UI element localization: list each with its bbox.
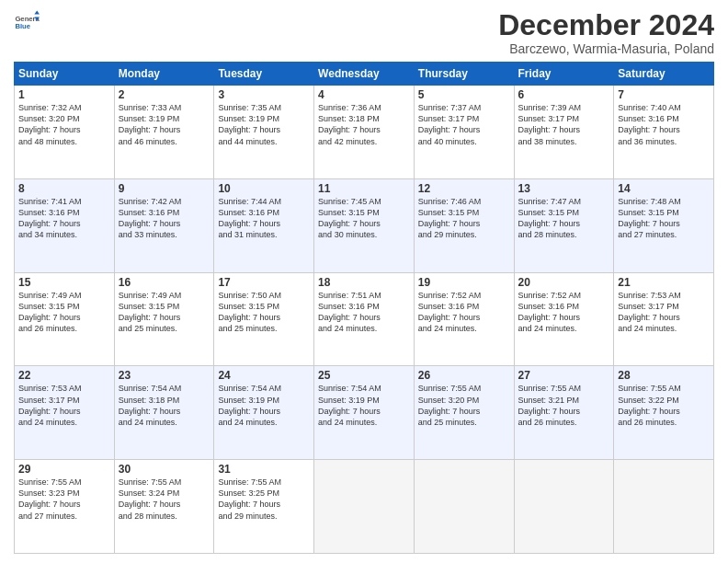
day-number: 5 [418,88,510,101]
day-number: 28 [618,369,710,382]
day-info: Sunrise: 7:49 AMSunset: 3:15 PMDaylight:… [119,290,210,335]
table-cell: 15Sunrise: 7:49 AMSunset: 3:15 PMDayligh… [15,272,115,366]
table-cell: 6Sunrise: 7:39 AMSunset: 3:17 PMDaylight… [514,86,614,179]
day-number: 1 [18,88,110,101]
table-cell: 28Sunrise: 7:55 AMSunset: 3:22 PMDayligh… [614,366,714,460]
day-number: 24 [218,369,310,382]
table-cell [414,460,514,554]
table-cell: 21Sunrise: 7:53 AMSunset: 3:17 PMDayligh… [614,272,714,366]
day-info: Sunrise: 7:55 AMSunset: 3:25 PMDaylight:… [218,477,310,522]
calendar-row-4: 22Sunrise: 7:53 AMSunset: 3:17 PMDayligh… [15,366,714,460]
day-number: 10 [218,182,310,195]
table-cell: 2Sunrise: 7:33 AMSunset: 3:19 PMDaylight… [114,86,214,179]
table-cell: 26Sunrise: 7:55 AMSunset: 3:20 PMDayligh… [414,366,514,460]
day-number: 18 [318,276,410,289]
table-cell: 18Sunrise: 7:51 AMSunset: 3:16 PMDayligh… [314,272,415,366]
day-number: 31 [218,463,310,476]
calendar-row-2: 8Sunrise: 7:41 AMSunset: 3:16 PMDaylight… [15,178,714,272]
table-cell: 27Sunrise: 7:55 AMSunset: 3:21 PMDayligh… [514,366,614,460]
day-info: Sunrise: 7:55 AMSunset: 3:20 PMDaylight:… [418,383,510,428]
day-number: 22 [18,369,110,382]
day-number: 9 [119,182,210,195]
day-number: 16 [119,276,210,289]
logo-icon: General Blue [14,9,40,35]
weekday-header-row: Sunday Monday Tuesday Wednesday Thursday… [15,63,714,86]
day-number: 7 [618,88,710,101]
subtitle: Barczewo, Warmia-Masuria, Poland [498,41,714,56]
header: General Blue December 2024 Barczewo, War… [14,9,714,56]
day-info: Sunrise: 7:33 AMSunset: 3:19 PMDaylight:… [119,102,210,147]
day-info: Sunrise: 7:55 AMSunset: 3:24 PMDaylight:… [119,477,210,522]
header-saturday: Saturday [614,63,714,86]
table-cell: 20Sunrise: 7:52 AMSunset: 3:16 PMDayligh… [514,272,614,366]
day-info: Sunrise: 7:37 AMSunset: 3:17 PMDaylight:… [418,102,510,147]
day-info: Sunrise: 7:40 AMSunset: 3:16 PMDaylight:… [618,102,710,147]
header-tuesday: Tuesday [214,63,314,86]
table-cell: 11Sunrise: 7:45 AMSunset: 3:15 PMDayligh… [314,178,415,272]
day-info: Sunrise: 7:54 AMSunset: 3:19 PMDaylight:… [318,383,410,428]
day-number: 23 [119,369,210,382]
calendar-row-5: 29Sunrise: 7:55 AMSunset: 3:23 PMDayligh… [15,460,714,554]
table-cell: 3Sunrise: 7:35 AMSunset: 3:19 PMDaylight… [214,86,314,179]
day-number: 27 [518,369,610,382]
day-info: Sunrise: 7:54 AMSunset: 3:19 PMDaylight:… [218,383,310,428]
table-cell: 12Sunrise: 7:46 AMSunset: 3:15 PMDayligh… [414,178,514,272]
day-info: Sunrise: 7:52 AMSunset: 3:16 PMDaylight:… [418,290,510,335]
table-cell: 25Sunrise: 7:54 AMSunset: 3:19 PMDayligh… [314,366,415,460]
day-info: Sunrise: 7:48 AMSunset: 3:15 PMDaylight:… [618,196,710,241]
day-number: 15 [18,276,110,289]
day-info: Sunrise: 7:55 AMSunset: 3:22 PMDaylight:… [618,383,710,428]
table-cell: 30Sunrise: 7:55 AMSunset: 3:24 PMDayligh… [114,460,214,554]
day-info: Sunrise: 7:50 AMSunset: 3:15 PMDaylight:… [218,290,310,335]
calendar-row-3: 15Sunrise: 7:49 AMSunset: 3:15 PMDayligh… [15,272,714,366]
day-info: Sunrise: 7:45 AMSunset: 3:15 PMDaylight:… [318,196,410,241]
day-info: Sunrise: 7:39 AMSunset: 3:17 PMDaylight:… [518,102,610,147]
day-number: 20 [518,276,610,289]
day-info: Sunrise: 7:36 AMSunset: 3:18 PMDaylight:… [318,102,410,147]
table-cell: 7Sunrise: 7:40 AMSunset: 3:16 PMDaylight… [614,86,714,179]
table-cell [514,460,614,554]
day-number: 2 [119,88,210,101]
day-number: 6 [518,88,610,101]
day-number: 3 [218,88,310,101]
table-cell: 10Sunrise: 7:44 AMSunset: 3:16 PMDayligh… [214,178,314,272]
day-info: Sunrise: 7:42 AMSunset: 3:16 PMDaylight:… [119,196,210,241]
day-info: Sunrise: 7:52 AMSunset: 3:16 PMDaylight:… [518,290,610,335]
table-cell: 24Sunrise: 7:54 AMSunset: 3:19 PMDayligh… [214,366,314,460]
calendar: Sunday Monday Tuesday Wednesday Thursday… [14,62,714,554]
header-sunday: Sunday [15,63,115,86]
day-info: Sunrise: 7:46 AMSunset: 3:15 PMDaylight:… [418,196,510,241]
day-info: Sunrise: 7:35 AMSunset: 3:19 PMDaylight:… [218,102,310,147]
table-cell: 23Sunrise: 7:54 AMSunset: 3:18 PMDayligh… [114,366,214,460]
day-number: 19 [418,276,510,289]
table-cell [614,460,714,554]
header-monday: Monday [114,63,214,86]
table-cell: 14Sunrise: 7:48 AMSunset: 3:15 PMDayligh… [614,178,714,272]
day-info: Sunrise: 7:47 AMSunset: 3:15 PMDaylight:… [518,196,610,241]
day-info: Sunrise: 7:49 AMSunset: 3:15 PMDaylight:… [18,290,110,335]
day-number: 8 [18,182,110,195]
day-info: Sunrise: 7:44 AMSunset: 3:16 PMDaylight:… [218,196,310,241]
main-title: December 2024 [498,9,714,41]
table-cell: 1Sunrise: 7:32 AMSunset: 3:20 PMDaylight… [15,86,115,179]
day-info: Sunrise: 7:51 AMSunset: 3:16 PMDaylight:… [318,290,410,335]
day-number: 25 [318,369,410,382]
day-number: 12 [418,182,510,195]
table-cell: 13Sunrise: 7:47 AMSunset: 3:15 PMDayligh… [514,178,614,272]
title-section: December 2024 Barczewo, Warmia-Masuria, … [498,9,714,56]
table-cell: 5Sunrise: 7:37 AMSunset: 3:17 PMDaylight… [414,86,514,179]
svg-text:Blue: Blue [15,22,30,30]
day-info: Sunrise: 7:55 AMSunset: 3:23 PMDaylight:… [18,477,110,522]
table-cell: 17Sunrise: 7:50 AMSunset: 3:15 PMDayligh… [214,272,314,366]
header-thursday: Thursday [414,63,514,86]
day-number: 14 [618,182,710,195]
header-friday: Friday [514,63,614,86]
day-info: Sunrise: 7:53 AMSunset: 3:17 PMDaylight:… [18,383,110,428]
table-cell: 16Sunrise: 7:49 AMSunset: 3:15 PMDayligh… [114,272,214,366]
day-number: 17 [218,276,310,289]
table-cell: 4Sunrise: 7:36 AMSunset: 3:18 PMDaylight… [314,86,415,179]
table-cell: 31Sunrise: 7:55 AMSunset: 3:25 PMDayligh… [214,460,314,554]
day-info: Sunrise: 7:32 AMSunset: 3:20 PMDaylight:… [18,102,110,147]
day-info: Sunrise: 7:41 AMSunset: 3:16 PMDaylight:… [18,196,110,241]
table-cell: 22Sunrise: 7:53 AMSunset: 3:17 PMDayligh… [15,366,115,460]
